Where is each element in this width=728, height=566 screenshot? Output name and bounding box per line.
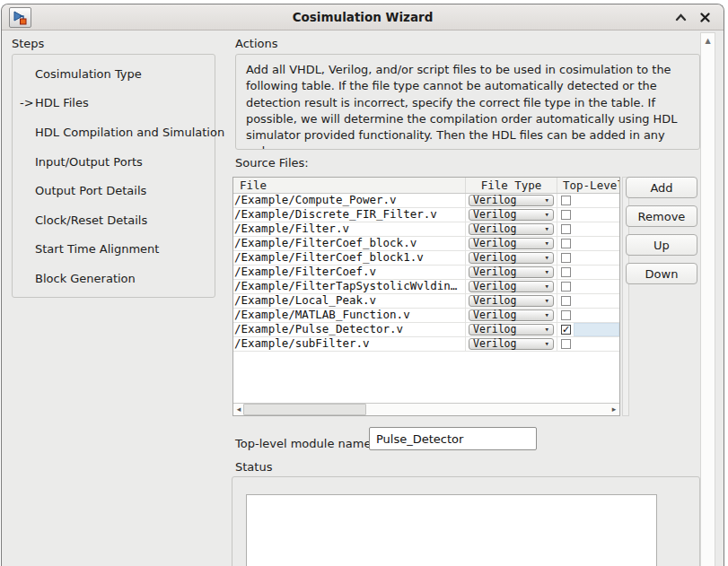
- close-icon: [700, 13, 710, 22]
- current-step-arrow: ->: [20, 96, 34, 109]
- row-selection-cell[interactable]: [574, 194, 619, 207]
- step-item: Start Time Alignment: [13, 235, 215, 265]
- file-path-cell: /Example/FilterCoef_block1.v: [233, 251, 466, 265]
- down-button[interactable]: Down: [626, 263, 697, 284]
- table-row[interactable]: /Example/FilterTapSystolicWvldin… Verilo…: [233, 280, 619, 294]
- file-path-cell: /Example/Filter.v: [233, 222, 466, 236]
- top-level-module-input[interactable]: [369, 427, 537, 450]
- top-level-checkbox[interactable]: [561, 296, 571, 306]
- top-level-checkbox[interactable]: [561, 310, 571, 320]
- top-level-checkbox[interactable]: [561, 267, 571, 277]
- step-item: Input/Output Ports: [13, 147, 215, 177]
- row-selection-cell[interactable]: [574, 208, 619, 222]
- file-type-dropdown[interactable]: Verilog ▾: [469, 281, 554, 292]
- top-level-checkbox[interactable]: [561, 224, 571, 234]
- table-row[interactable]: /Example/subFilter.v Verilog ▾: [233, 337, 619, 352]
- table-row[interactable]: /Example/FilterCoef_block.v Verilog ▾: [233, 237, 619, 251]
- top-level-checkbox[interactable]: [561, 339, 571, 349]
- top-level-cell: [557, 309, 619, 322]
- table-row[interactable]: /Example/FilterCoef.v Verilog ▾: [233, 266, 619, 280]
- top-level-checkbox[interactable]: [561, 253, 571, 263]
- top-level-checkbox[interactable]: [561, 239, 571, 248]
- file-type-cell: Verilog ▾: [466, 208, 557, 222]
- dropdown-arrow-icon: ▾: [545, 326, 549, 334]
- table-row[interactable]: /Example/Compute_Power.v Verilog ▾: [233, 194, 619, 208]
- table-row[interactable]: /Example/Pulse_Detector.v Verilog ▾ ✓: [233, 323, 619, 337]
- scroll-right-icon[interactable]: ▸: [609, 404, 619, 415]
- row-selection-cell[interactable]: [574, 251, 619, 265]
- file-type-cell: Verilog ▾: [466, 294, 557, 308]
- row-selection-cell[interactable]: [574, 323, 619, 336]
- close-button[interactable]: [700, 13, 710, 22]
- file-path-cell: /Example/Pulse_Detector.v: [233, 323, 466, 336]
- top-level-cell: [557, 280, 619, 293]
- file-type-cell: Verilog ▾: [466, 323, 557, 336]
- step-item: HDL Compilation and Simulation: [13, 118, 215, 147]
- row-selection-cell[interactable]: [574, 337, 619, 351]
- file-type-value: Verilog: [473, 224, 516, 234]
- up-button[interactable]: Up: [626, 234, 697, 256]
- step-item: Clock/Reset Details: [13, 205, 215, 235]
- titlebar[interactable]: Cosimulation Wizard: [2, 4, 724, 30]
- table-row[interactable]: /Example/Discrete_FIR_Filter.v Verilog ▾: [233, 208, 619, 222]
- step-label: Start Time Alignment: [35, 242, 159, 256]
- file-type-dropdown[interactable]: Verilog ▾: [469, 195, 554, 206]
- dropdown-arrow-icon: ▾: [545, 225, 549, 233]
- file-path-cell: /Example/Discrete_FIR_Filter.v: [233, 208, 466, 222]
- file-type-dropdown[interactable]: Verilog ▾: [469, 266, 554, 278]
- dropdown-arrow-icon: ▾: [545, 239, 549, 248]
- column-header-top-level[interactable]: Top-Level: [557, 178, 619, 193]
- collapse-button[interactable]: [675, 13, 687, 22]
- top-level-checkbox[interactable]: [561, 196, 571, 205]
- status-textarea: [246, 494, 657, 566]
- dropdown-arrow-icon: ▾: [545, 283, 549, 291]
- top-level-cell: [557, 208, 619, 222]
- table-row[interactable]: /Example/FilterCoef_block1.v Verilog ▾: [233, 251, 619, 266]
- table-header: File File Type Top-Level: [233, 178, 619, 194]
- file-path-cell: /Example/MATLAB_Function.v: [233, 309, 466, 322]
- row-selection-cell[interactable]: [574, 294, 619, 308]
- step-item: Block Generation: [13, 264, 215, 293]
- add-button[interactable]: Add: [626, 177, 697, 198]
- table-horizontal-scrollbar[interactable]: ◂ ▸: [233, 403, 619, 415]
- top-level-checkbox[interactable]: ✓: [561, 325, 571, 335]
- file-type-dropdown[interactable]: Verilog ▾: [469, 209, 554, 221]
- column-header-file-type[interactable]: File Type: [466, 178, 557, 193]
- row-selection-cell[interactable]: [574, 266, 619, 279]
- table-row[interactable]: /Example/MATLAB_Function.v Verilog ▾: [233, 309, 619, 323]
- step-item: Output Port Details: [13, 176, 215, 205]
- dropdown-arrow-icon: ▾: [545, 340, 549, 348]
- row-selection-cell[interactable]: [574, 222, 619, 236]
- file-type-dropdown[interactable]: Verilog ▾: [469, 338, 554, 350]
- steps-list: Cosimulation Type -> HDL Files HDL Compi…: [12, 54, 215, 298]
- file-type-value: Verilog: [473, 296, 516, 306]
- scroll-up-icon[interactable]: ▲: [701, 33, 715, 45]
- file-type-dropdown[interactable]: Verilog ▾: [469, 223, 554, 235]
- file-type-cell: Verilog ▾: [466, 280, 557, 293]
- file-type-dropdown[interactable]: Verilog ▾: [469, 324, 554, 335]
- row-selection-cell[interactable]: [574, 237, 619, 250]
- window-vertical-scrollbar[interactable]: ▲: [700, 32, 715, 566]
- top-level-checkbox[interactable]: [561, 210, 571, 220]
- row-selection-cell[interactable]: [574, 280, 619, 293]
- dropdown-arrow-icon: ▾: [545, 196, 549, 205]
- file-type-dropdown[interactable]: Verilog ▾: [469, 295, 554, 307]
- top-level-checkbox[interactable]: [561, 282, 571, 292]
- step-label: Clock/Reset Details: [35, 213, 147, 227]
- row-selection-cell[interactable]: [574, 309, 619, 322]
- dropdown-arrow-icon: ▾: [545, 297, 549, 305]
- file-type-value: Verilog: [473, 196, 516, 205]
- remove-button[interactable]: Remove: [626, 205, 697, 227]
- file-type-value: Verilog: [473, 325, 516, 335]
- file-type-dropdown[interactable]: Verilog ▾: [469, 252, 554, 264]
- file-type-dropdown[interactable]: Verilog ▾: [469, 238, 554, 249]
- file-type-dropdown[interactable]: Verilog ▾: [469, 309, 554, 321]
- top-level-module-label: Top-level module name:: [235, 437, 375, 450]
- table-row[interactable]: /Example/Local_Peak.v Verilog ▾: [233, 294, 619, 309]
- file-path-cell: /Example/FilterCoef.v: [233, 266, 466, 279]
- file-path-cell: /Example/Local_Peak.v: [233, 294, 466, 308]
- table-row[interactable]: /Example/Filter.v Verilog ▾: [233, 222, 619, 237]
- step-label: HDL Files: [35, 96, 89, 109]
- column-header-file[interactable]: File: [233, 178, 466, 193]
- horizontal-scrollbar-thumb[interactable]: [243, 404, 366, 415]
